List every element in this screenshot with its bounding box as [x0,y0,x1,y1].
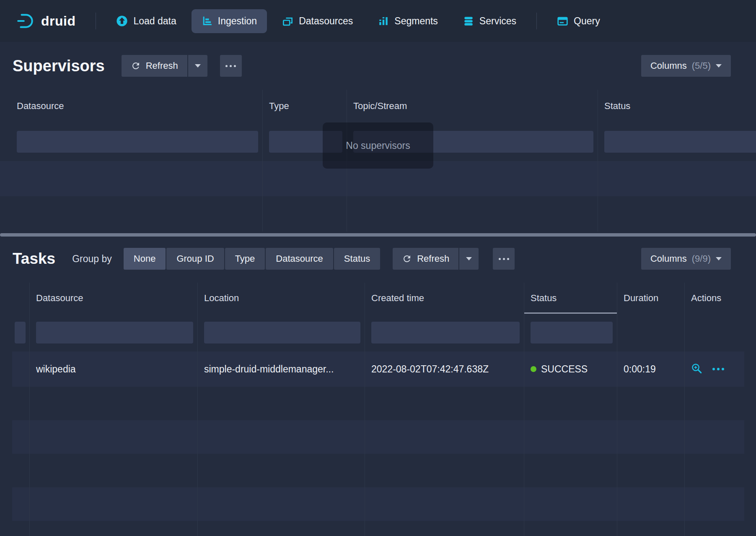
filter-cell [0,122,263,161]
group-by-group-id-button[interactable]: Group ID [166,248,224,270]
task-status-cell[interactable]: SUCCESS [524,351,617,387]
task-detail-button[interactable] [691,363,702,375]
status-filter-input[interactable] [604,131,756,153]
column-header-location[interactable]: Location [198,283,365,314]
filter-cell [598,122,756,161]
columns-label: Columns [650,253,687,264]
nav-item-label: Ingestion [218,16,257,27]
tasks-refresh-split-button: Refresh [393,248,479,270]
tasks-more-button[interactable] [493,248,515,270]
horizontal-scrollbar[interactable] [0,233,756,237]
column-header-label: Duration [624,293,658,304]
group-by-status-button[interactable]: Status [334,248,380,270]
column-header-label: Status [604,101,630,112]
magnifier-plus-icon [691,363,702,375]
chevron-down-icon [716,257,722,260]
task-location: simple-druid-middlemanager... [204,364,334,375]
table-row [12,420,744,454]
created-time-filter-input[interactable] [371,322,520,343]
supervisors-header-row: Datasource Type Topic/Stream Status [0,90,756,122]
column-header-label: Location [204,293,239,304]
supervisors-table: Datasource Type Topic/Stream Status No s… [0,90,756,232]
column-header-status[interactable]: Status [598,90,756,122]
column-header-datasource[interactable]: Datasource [0,90,263,122]
ingestion-icon [202,16,212,26]
column-header-label: Datasource [17,101,64,112]
group-by-datasource-button[interactable]: Datasource [266,248,333,270]
column-header-duration[interactable]: Duration [617,283,685,314]
logo-text: druid [41,13,75,29]
task-datasource-cell[interactable]: wikipedia [30,351,198,387]
column-header-type[interactable]: Type [263,90,347,122]
nav-item-load-data[interactable]: Load data [106,9,186,33]
task-actions-menu-button[interactable] [712,368,724,370]
clipped-filter-input[interactable] [15,322,26,343]
more-icon [225,65,236,67]
filter-cell [12,314,30,351]
datasource-filter-input[interactable] [17,131,258,153]
supervisors-more-button[interactable] [220,55,242,77]
nav-item-segments[interactable]: Segments [368,9,448,33]
chevron-down-icon [716,64,722,68]
supervisors-section: Supervisors Refresh [0,53,756,237]
nav-item-label: Datasources [299,16,353,27]
task-created-time-cell[interactable]: 2022-08-02T07:42:47.638Z [365,351,524,387]
chevron-down-icon [195,64,201,68]
refresh-label: Refresh [146,60,178,71]
columns-label: Columns [650,60,687,71]
column-header-label: Created time [371,293,424,304]
column-header-status-sorted[interactable]: Status [524,283,617,314]
columns-count: (9/9) [692,253,711,264]
supervisors-refresh-caret-button[interactable] [188,55,207,77]
tasks-section: Tasks Group by None Group ID Type Dataso… [0,246,756,536]
filter-cell [365,314,524,351]
column-header-created-time[interactable]: Created time [365,283,524,314]
nav-item-label: Load data [133,16,176,27]
nav-item-services[interactable]: Services [453,9,526,33]
task-duration-cell: 0:00:19 [617,351,685,387]
column-header-label: Status [531,293,557,304]
segments-icon [378,16,389,26]
navbar-divider [536,13,537,29]
supervisors-refresh-split-button: Refresh [122,55,207,77]
column-header-datasource[interactable]: Datasource [30,283,198,314]
group-by-none-button[interactable]: None [124,248,166,270]
tasks-refresh-button[interactable]: Refresh [393,248,458,270]
column-header-label: Topic/Stream [353,101,407,112]
task-created-time: 2022-08-02T07:42:47.638Z [371,364,489,375]
druid-logo-icon [16,11,35,31]
location-filter-input[interactable] [204,322,360,343]
refresh-label: Refresh [417,253,449,264]
nav-item-query[interactable]: Query [547,9,610,33]
datasource-filter-input[interactable] [36,322,193,343]
filter-cell [30,314,198,351]
supervisors-title: Supervisors [13,57,105,75]
more-icon [712,368,724,370]
nav-item-label: Query [574,16,600,27]
group-by-label: Group by [72,253,112,265]
supervisors-refresh-button[interactable]: Refresh [122,55,187,77]
task-row-wikipedia[interactable]: wikipedia simple-druid-middlemanager... … [12,351,744,387]
column-header-label: Actions [691,293,721,304]
navbar-divider [96,13,96,29]
task-duration: 0:00:19 [624,364,656,375]
scrollbar-thumb[interactable] [0,233,756,237]
task-location-cell[interactable]: simple-druid-middlemanager... [198,351,365,387]
table-row [12,521,744,536]
nav-item-datasources[interactable]: Datasources [272,9,363,33]
filter-cell [617,314,685,351]
nav-item-label: Services [479,16,516,27]
more-icon [499,258,509,260]
no-supervisors-message: No supervisors [323,122,433,169]
tasks-refresh-caret-button[interactable] [459,248,479,270]
filter-cell [198,314,365,351]
task-actions-cell [685,351,744,387]
column-header-topic-stream[interactable]: Topic/Stream [347,90,598,122]
druid-logo[interactable]: druid [16,11,75,31]
tasks-columns-button[interactable]: Columns (9/9) [641,248,731,270]
supervisors-columns-button[interactable]: Columns (5/5) [641,55,731,77]
nav-item-ingestion[interactable]: Ingestion [192,9,267,33]
status-filter-input[interactable] [531,322,613,343]
group-by-type-button[interactable]: Type [225,248,265,270]
table-row [0,196,756,232]
